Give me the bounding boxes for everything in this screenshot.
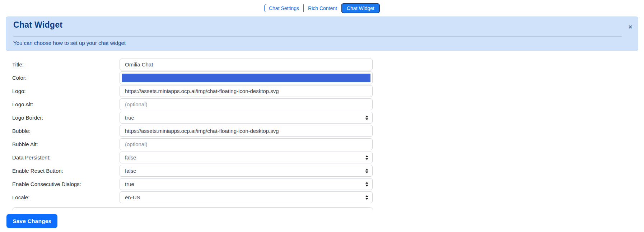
select-arrows-icon	[365, 168, 368, 173]
selected-value: true	[125, 181, 134, 187]
selected-value: true	[125, 115, 134, 121]
locale-select[interactable]: en-US	[120, 191, 373, 203]
field-label: Bubble Alt:	[12, 141, 120, 147]
field-label: Logo Alt:	[12, 101, 120, 107]
bubble-input[interactable]	[120, 125, 373, 137]
tab-chat-widget[interactable]: Chat Widget	[341, 3, 380, 13]
form-row: Logo Border:true	[6, 112, 638, 124]
form-row: Logo Alt:	[6, 98, 638, 110]
close-icon: ✕	[628, 24, 633, 30]
field-label: Color:	[12, 75, 120, 81]
tabs-bar: Chat SettingsRich ContentChat Widget	[264, 4, 380, 12]
field-label: Data Persistent:	[12, 154, 120, 161]
field-label: Enable Consecutive Dialogs:	[12, 181, 120, 187]
data-persistent-select[interactable]: false	[120, 152, 373, 163]
bubble-alt-input[interactable]	[120, 138, 373, 150]
logo-input[interactable]	[120, 85, 373, 97]
tab-rich-content[interactable]: Rich Content	[303, 4, 342, 12]
form-row: Bubble Alt:	[6, 138, 638, 150]
field-label: Bubble:	[12, 128, 120, 134]
panel-subtitle: You can choose how to set up your chat w…	[13, 40, 126, 46]
select-arrows-icon	[365, 195, 368, 200]
tab-chat-settings[interactable]: Chat Settings	[264, 4, 304, 12]
title-input[interactable]	[120, 59, 373, 70]
save-changes-button[interactable]: Save Changes	[6, 214, 57, 228]
form-row: Data Persistent:false	[6, 152, 638, 163]
selected-value: false	[125, 168, 136, 174]
form-row: Locale:en-US	[6, 191, 638, 203]
clipped-next-field	[12, 207, 373, 210]
select-arrows-icon	[365, 155, 368, 160]
form-row: Color:	[6, 72, 638, 84]
select-arrows-icon	[365, 182, 368, 186]
panel-close-button[interactable]: ✕	[627, 23, 634, 31]
field-label: Title:	[12, 61, 120, 68]
color-input[interactable]	[120, 71, 373, 84]
enable-consecutive-dialogs-select[interactable]: true	[120, 178, 373, 190]
panel-divider	[13, 36, 622, 37]
selected-value: false	[125, 154, 136, 161]
selected-value: en-US	[125, 194, 140, 200]
logo-alt-input[interactable]	[120, 98, 373, 110]
chat-widget-form: Title:Color:Logo:Logo Alt:Logo Border:tr…	[6, 54, 638, 210]
field-label: Logo Border:	[12, 115, 120, 121]
form-row: Enable Reset Button:false	[6, 165, 638, 177]
enable-reset-button-select[interactable]: false	[120, 165, 373, 177]
logo-border-select[interactable]: true	[120, 112, 373, 124]
form-row: Logo:	[6, 85, 638, 97]
form-row: Title:	[6, 59, 638, 70]
field-label: Logo:	[12, 88, 120, 94]
select-arrows-icon	[365, 115, 368, 120]
field-label: Enable Reset Button:	[12, 168, 120, 174]
field-label: Locale:	[12, 194, 120, 200]
color-swatch	[122, 74, 370, 82]
form-row: Bubble:	[6, 125, 638, 137]
chat-widget-panel: Chat Widget You can choose how to set up…	[6, 17, 638, 51]
form-row: Enable Consecutive Dialogs:true	[6, 178, 638, 190]
page-title: Chat Widget	[13, 20, 62, 30]
